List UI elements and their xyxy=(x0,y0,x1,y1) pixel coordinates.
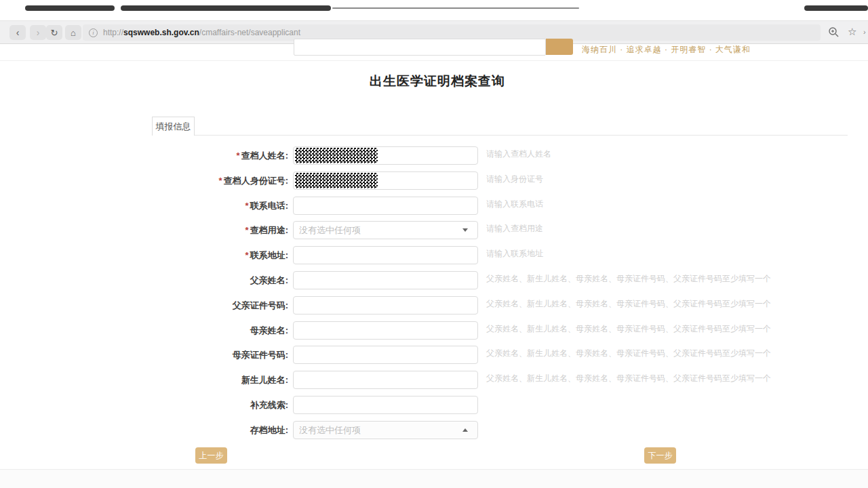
field-hint: 父亲姓名、新生儿姓名、母亲姓名、母亲证件号码、父亲证件号码至少填写一个 xyxy=(486,348,771,359)
form-row-applicant-name: *查档人姓名: 请输入查档人姓名 xyxy=(0,146,868,165)
tab-label: 填报信息 xyxy=(156,121,191,133)
field-hint: 父亲姓名、新生儿姓名、母亲姓名、母亲证件号码、父亲证件号码至少填写一个 xyxy=(486,273,771,285)
chevron-up-icon xyxy=(462,428,468,432)
back-icon: ‹ xyxy=(16,27,20,38)
page-content: 海纳百川 · 追求卓越 · 开明睿智 · 大气谦和 出生医学证明档案查询 填报信… xyxy=(0,44,868,469)
form-row-archive-address: 存档地址: 没有选中任何项 xyxy=(0,421,868,439)
field-label: *联系电话: xyxy=(245,197,288,215)
field-label: 存档地址: xyxy=(250,421,288,439)
field-label: 母亲姓名: xyxy=(250,321,288,340)
field-label: 父亲证件号码: xyxy=(233,296,288,314)
field-hint: 请输入联系电话 xyxy=(486,199,543,210)
forward-button[interactable]: › xyxy=(30,25,46,40)
purpose-select[interactable]: 没有选中任何项 xyxy=(293,221,478,239)
field-label: *查档用途: xyxy=(245,221,288,239)
overflow-chevron-icon: › xyxy=(863,28,866,36)
required-asterisk: * xyxy=(245,225,249,235)
footer xyxy=(0,470,868,488)
field-hint: 请输入联系地址 xyxy=(486,248,543,260)
zoom-button[interactable] xyxy=(828,26,840,41)
tab-strip-line xyxy=(332,7,579,9)
required-asterisk: * xyxy=(219,176,222,186)
field-hint: 请输入查档用途 xyxy=(486,223,543,235)
form-row-mother-name: 母亲姓名: 父亲姓名、新生儿姓名、母亲姓名、母亲证件号码、父亲证件号码至少填写一… xyxy=(0,321,868,340)
chevron-down-icon xyxy=(462,228,468,232)
bookmark-star-icon: ☆ xyxy=(848,26,856,37)
next-step-button[interactable]: 下一步 xyxy=(644,447,676,464)
form-row-father-name: 父亲姓名: 父亲姓名、新生儿姓名、母亲姓名、母亲证件号码、父亲证件号码至少填写一… xyxy=(0,271,868,289)
field-hint: 父亲姓名、新生儿姓名、母亲姓名、母亲证件号码、父亲证件号码至少填写一个 xyxy=(486,373,771,384)
form-row-applicant-id: *查档人身份证号: 请输入身份证号 xyxy=(0,171,868,190)
field-hint: 请输入身份证号 xyxy=(486,174,543,185)
form-row-extra-clues: 补充线索: xyxy=(0,396,868,414)
field-hint: 父亲姓名、新生儿姓名、母亲姓名、母亲证件号码、父亲证件号码至少填写一个 xyxy=(486,323,771,335)
bookmark-button[interactable]: ☆ xyxy=(848,26,856,38)
info-icon[interactable]: i xyxy=(89,28,98,37)
required-asterisk: * xyxy=(237,150,240,161)
required-asterisk: * xyxy=(245,250,249,260)
redacted-value-mosaic xyxy=(295,148,378,163)
field-label: 补充线索: xyxy=(250,396,288,414)
overflow-button[interactable]: › xyxy=(863,28,866,36)
reload-button[interactable]: ↻ xyxy=(46,25,62,40)
site-search-button[interactable] xyxy=(546,39,573,55)
field-hint: 父亲姓名、新生儿姓名、母亲姓名、母亲证件号码、父亲证件号码至少填写一个 xyxy=(486,298,771,310)
city-spirit-slogan: 海纳百川 · 追求卓越 · 开明睿智 · 大气谦和 xyxy=(582,44,751,56)
field-label: 父亲姓名: xyxy=(250,271,288,289)
form-row-father-id: 父亲证件号码: 父亲姓名、新生儿姓名、母亲姓名、母亲证件号码、父亲证件号码至少填… xyxy=(0,296,868,314)
prev-step-button[interactable]: 上一步 xyxy=(195,447,227,464)
screen: ‹ › ↻ ⌂ i http://sqswweb.sh.gov.cn/cmaff… xyxy=(0,0,868,488)
tab-title-redaction-bar[interactable] xyxy=(25,5,115,11)
contact-address-input[interactable] xyxy=(293,246,478,264)
browser-tab-strip xyxy=(0,0,868,20)
father-name-input[interactable] xyxy=(293,271,478,289)
tab-title-redaction-bar[interactable] xyxy=(804,5,868,11)
form-row-purpose: *查档用途: 没有选中任何项 请输入查档用途 xyxy=(0,221,868,239)
form-row-phone: *联系电话: 请输入联系电话 xyxy=(0,197,868,215)
select-value: 没有选中任何项 xyxy=(299,224,462,237)
mother-id-input[interactable] xyxy=(293,346,478,364)
tab-fill-info[interactable]: 填报信息 xyxy=(152,117,195,136)
field-label: 新生儿姓名: xyxy=(241,371,288,389)
select-value: 没有选中任何项 xyxy=(299,424,462,436)
field-label: *查档人姓名: xyxy=(237,146,288,165)
field-label: *联系地址: xyxy=(245,246,288,264)
form-row-contact-address: *联系地址: 请输入联系地址 xyxy=(0,246,868,264)
forward-icon: › xyxy=(37,27,40,38)
header-divider xyxy=(0,60,868,61)
father-id-input[interactable] xyxy=(293,296,478,314)
back-button[interactable]: ‹ xyxy=(9,25,26,40)
field-label: *查档人身份证号: xyxy=(219,171,288,190)
form-row-newborn-name: 新生儿姓名: 父亲姓名、新生儿姓名、母亲姓名、母亲证件号码、父亲证件号码至少填写… xyxy=(0,371,868,389)
field-label: 母亲证件号码: xyxy=(233,346,288,364)
tab-title-redaction-bar[interactable] xyxy=(121,5,331,11)
tab-strip-border xyxy=(152,135,848,136)
site-search-input[interactable] xyxy=(294,39,546,56)
extra-clues-input[interactable] xyxy=(293,396,478,414)
phone-input[interactable] xyxy=(293,197,478,215)
page-title: 出生医学证明档案查询 xyxy=(0,73,868,90)
reload-icon: ↻ xyxy=(51,28,58,38)
mother-name-input[interactable] xyxy=(293,321,478,340)
redacted-value-mosaic xyxy=(295,173,378,188)
home-button[interactable]: ⌂ xyxy=(65,25,81,40)
newborn-name-input[interactable] xyxy=(293,371,478,389)
required-asterisk: * xyxy=(245,201,249,211)
field-hint: 请输入查档人姓名 xyxy=(486,148,551,160)
url-domain: sqswweb.sh.gov.cn xyxy=(123,28,199,37)
home-icon: ⌂ xyxy=(71,28,76,38)
form-row-mother-id: 母亲证件号码: 父亲姓名、新生儿姓名、母亲姓名、母亲证件号码、父亲证件号码至少填… xyxy=(0,346,868,364)
url-text: http://sqswweb.sh.gov.cn/cmaffairs-net/s… xyxy=(103,28,300,37)
archive-address-select[interactable]: 没有选中任何项 xyxy=(293,421,478,439)
zoom-icon xyxy=(828,26,840,38)
